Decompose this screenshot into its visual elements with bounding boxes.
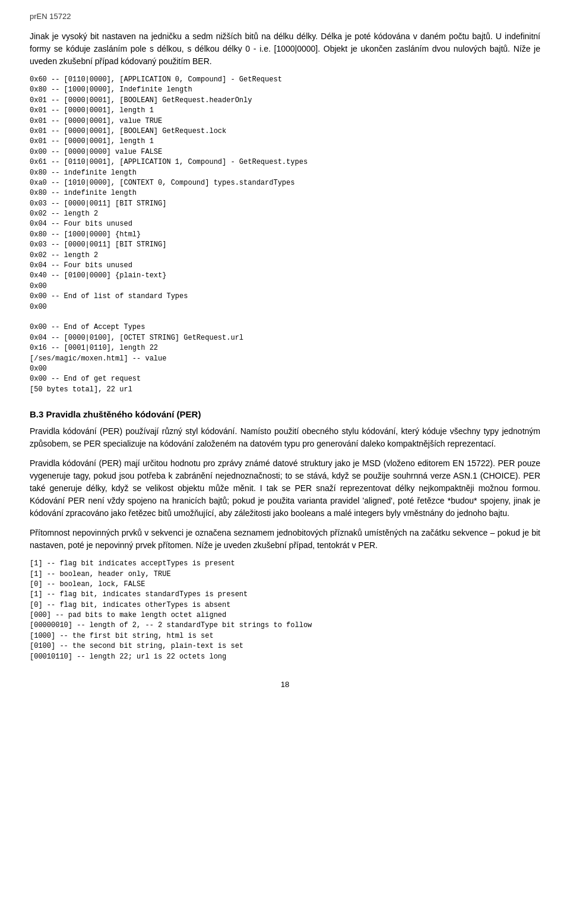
section-b3: B.3 Pravidla zhuštěného kódování (PER) P… <box>30 409 540 552</box>
doc-header: prEN 15722 <box>30 12 540 21</box>
section-b3-para-2: Pravidla kódování (PER) mají určitou hod… <box>30 457 540 520</box>
per-code-block: [1] -- flag bit indicates acceptTypes is… <box>30 559 540 662</box>
section-b3-para-3: Přítomnost nepovinných prvků v sekvenci … <box>30 527 540 552</box>
code-section-1: 0x60 -- [0110|0000], [APPLICATION 0, Com… <box>30 75 540 395</box>
intro-paragraph: Jinak je vysoký bit nastaven na jedničku… <box>30 30 540 68</box>
doc-title: prEN 15722 <box>30 12 540 21</box>
intro-section: Jinak je vysoký bit nastaven na jedničku… <box>30 30 540 68</box>
page-number: 18 <box>30 680 540 689</box>
code-section-2: [1] -- flag bit indicates acceptTypes is… <box>30 559 540 662</box>
ber-code-block: 0x60 -- [0110|0000], [APPLICATION 0, Com… <box>30 75 540 395</box>
section-b3-para-1: Pravidla kódování (PER) používají různý … <box>30 425 540 450</box>
section-b3-heading: B.3 Pravidla zhuštěného kódování (PER) <box>30 409 540 419</box>
